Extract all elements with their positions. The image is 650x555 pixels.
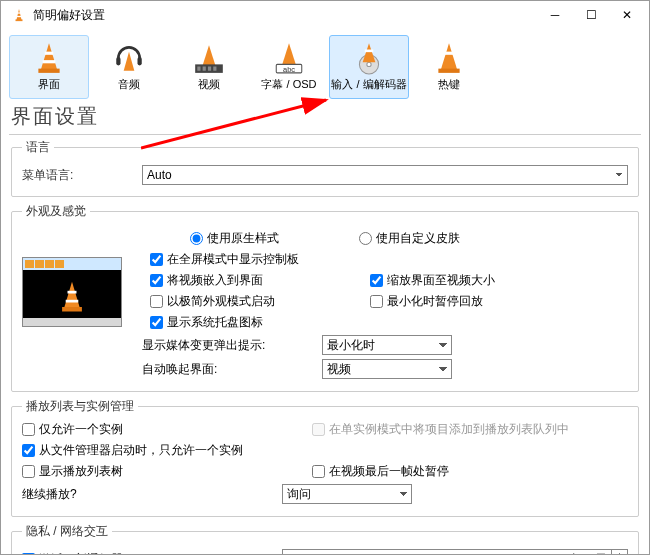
svg-marker-9 bbox=[124, 51, 135, 70]
svg-marker-25 bbox=[441, 43, 458, 71]
group-legend: 隐私 / 网络交互 bbox=[22, 523, 112, 540]
maximize-button[interactable]: ☐ bbox=[573, 3, 609, 27]
svg-text:abc: abc bbox=[283, 64, 295, 73]
svg-rect-8 bbox=[43, 60, 56, 63]
chk-pause-last-frame[interactable]: 在视频最后一帧处暂停 bbox=[312, 463, 572, 480]
svg-rect-26 bbox=[438, 68, 459, 72]
media-change-popup-label: 显示媒体变更弹出提示: bbox=[142, 337, 322, 354]
svg-rect-16 bbox=[208, 66, 211, 70]
chk-one-instance-from-file-mgr[interactable]: 从文件管理器启动时，只允许一个实例 bbox=[22, 442, 282, 459]
svg-point-22 bbox=[367, 62, 371, 66]
svg-rect-17 bbox=[213, 66, 216, 70]
page-title: 界面设置 bbox=[1, 99, 649, 132]
svg-marker-23 bbox=[363, 43, 376, 62]
chk-resize-to-video[interactable]: 缩放界面至视频大小 bbox=[370, 272, 570, 289]
tab-label: 音频 bbox=[118, 77, 140, 92]
close-button[interactable]: ✕ bbox=[609, 3, 645, 27]
film-cone-icon bbox=[191, 40, 227, 75]
auto-raise-combo[interactable]: 视频 bbox=[322, 359, 452, 379]
menu-language-label: 菜单语言: bbox=[22, 167, 142, 184]
tab-hotkeys[interactable]: 热键 bbox=[409, 35, 489, 99]
group-privacy-network: 隐私 / 网络交互 激活更新通知器 ▲ ▼ 保存最近播放的项目 筛选: 允许访问… bbox=[11, 523, 639, 554]
tab-label: 输入 / 编解码器 bbox=[331, 77, 406, 92]
svg-rect-10 bbox=[116, 56, 120, 65]
chk-tray-icon[interactable]: 显示系统托盘图标 bbox=[150, 314, 330, 331]
svg-rect-11 bbox=[138, 56, 142, 65]
radio-custom-skin[interactable]: 使用自定义皮肤 bbox=[359, 230, 460, 247]
headphones-cone-icon bbox=[111, 40, 147, 75]
svg-marker-0 bbox=[16, 9, 21, 20]
group-look-and-feel: 外观及感觉 使用原生样式 使用自定义皮肤 在全屏模式中显示控制板 bbox=[11, 203, 639, 392]
group-language: 语言 菜单语言: Auto bbox=[11, 139, 639, 197]
group-legend: 播放列表与实例管理 bbox=[22, 398, 138, 415]
svg-marker-5 bbox=[41, 43, 58, 71]
svg-marker-18 bbox=[282, 43, 297, 66]
disc-cone-icon bbox=[351, 40, 387, 75]
chk-minimal-start[interactable]: 以极简外观模式启动 bbox=[150, 293, 330, 310]
chk-show-playlist-tree[interactable]: 显示播放列表树 bbox=[22, 463, 282, 480]
svg-rect-6 bbox=[38, 68, 59, 72]
svg-rect-29 bbox=[62, 307, 82, 312]
group-legend: 外观及感觉 bbox=[22, 203, 90, 220]
hotkey-cone-icon bbox=[431, 40, 467, 75]
svg-rect-27 bbox=[445, 51, 454, 54]
chk-embed-video[interactable]: 将视频嵌入到界面 bbox=[150, 272, 330, 289]
group-playlist-instances: 播放列表与实例管理 仅允许一个实例 在单实例模式中将项目添加到播放列表队列中 从… bbox=[11, 398, 639, 517]
tab-label: 界面 bbox=[38, 77, 60, 92]
update-interval-spin[interactable] bbox=[282, 549, 612, 554]
media-change-popup-combo[interactable]: 最小化时 bbox=[322, 335, 452, 355]
radio-native-style[interactable]: 使用原生样式 bbox=[190, 230, 279, 247]
cone-icon bbox=[31, 40, 67, 75]
group-legend: 语言 bbox=[22, 139, 54, 156]
subtitle-cone-icon: abc bbox=[271, 40, 307, 75]
tab-label: 热键 bbox=[438, 77, 460, 92]
svg-rect-3 bbox=[17, 16, 21, 17]
continue-playback-label: 继续播放? bbox=[22, 486, 282, 503]
tab-video[interactable]: 视频 bbox=[169, 35, 249, 99]
svg-rect-2 bbox=[17, 12, 21, 13]
tab-input-codecs[interactable]: 输入 / 编解码器 bbox=[329, 35, 409, 99]
chk-fullscreen-controller[interactable]: 在全屏模式中显示控制板 bbox=[150, 251, 330, 268]
chk-update-notifier[interactable]: 激活更新通知器 bbox=[22, 551, 272, 555]
preview-thumbnail bbox=[22, 257, 122, 327]
minimize-button[interactable]: ─ bbox=[537, 3, 573, 27]
chk-pause-on-minimize[interactable]: 最小化时暂停回放 bbox=[370, 293, 570, 310]
svg-rect-1 bbox=[16, 19, 23, 21]
tab-interface[interactable]: 界面 bbox=[9, 35, 89, 99]
tab-audio[interactable]: 音频 bbox=[89, 35, 169, 99]
spin-up-button[interactable]: ▲ bbox=[612, 550, 627, 554]
svg-marker-28 bbox=[64, 282, 80, 309]
svg-rect-24 bbox=[365, 49, 374, 52]
svg-rect-31 bbox=[66, 300, 79, 303]
chk-enqueue-in-single: 在单实例模式中将项目添加到播放列表队列中 bbox=[312, 421, 572, 438]
tab-label: 字幕 / OSD bbox=[261, 77, 316, 92]
window-title: 简明偏好设置 bbox=[33, 7, 537, 24]
svg-rect-30 bbox=[68, 291, 77, 294]
chk-one-instance[interactable]: 仅允许一个实例 bbox=[22, 421, 282, 438]
svg-rect-14 bbox=[197, 66, 200, 70]
vlc-cone-icon bbox=[11, 7, 27, 23]
tab-label: 视频 bbox=[198, 77, 220, 92]
svg-rect-7 bbox=[45, 51, 54, 54]
auto-raise-label: 自动唤起界面: bbox=[142, 361, 322, 378]
svg-rect-15 bbox=[203, 66, 206, 70]
divider bbox=[9, 134, 641, 135]
tab-subtitles[interactable]: abc 字幕 / OSD bbox=[249, 35, 329, 99]
continue-playback-combo[interactable]: 询问 bbox=[282, 484, 412, 504]
menu-language-combo[interactable]: Auto bbox=[142, 165, 628, 185]
